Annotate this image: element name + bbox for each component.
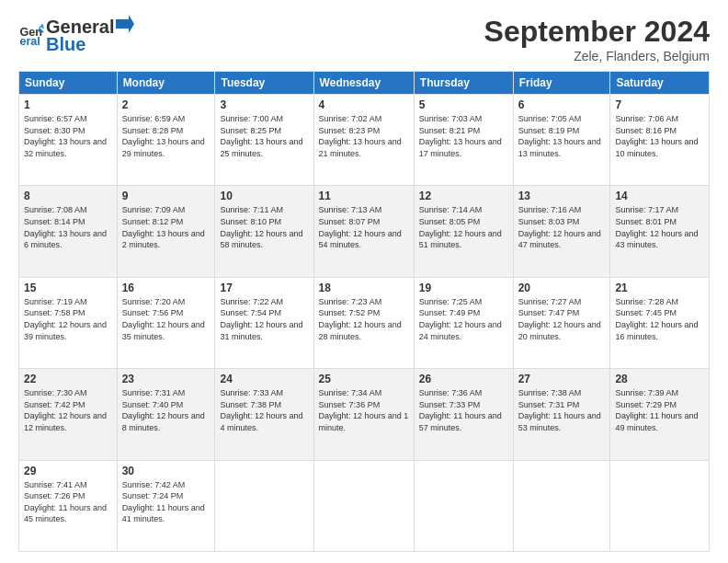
calendar-cell-empty-4-5 — [513, 460, 610, 551]
day-number: 29 — [24, 465, 112, 477]
day-number: 2 — [122, 98, 210, 111]
day-info: Sunrise: 7:03 AMSunset: 8:21 PMDaylight:… — [419, 113, 508, 159]
day-info: Sunrise: 7:09 AMSunset: 8:12 PMDaylight:… — [122, 204, 210, 250]
calendar-cell-23: 23 Sunrise: 7:31 AMSunset: 7:40 PMDaylig… — [117, 369, 215, 460]
day-info: Sunrise: 7:02 AMSunset: 8:23 PMDaylight:… — [319, 113, 409, 159]
calendar-cell-16: 16 Sunrise: 7:20 AMSunset: 7:56 PMDaylig… — [117, 277, 215, 368]
day-info: Sunrise: 7:41 AMSunset: 7:26 PMDaylight:… — [24, 479, 112, 525]
day-number: 11 — [319, 190, 409, 202]
day-info: Sunrise: 7:11 AMSunset: 8:10 PMDaylight:… — [220, 204, 308, 250]
calendar-cell-27: 27 Sunrise: 7:38 AMSunset: 7:31 PMDaylig… — [513, 369, 610, 460]
calendar-row-1: 8 Sunrise: 7:08 AMSunset: 8:14 PMDayligh… — [19, 186, 710, 277]
calendar-cell-12: 12 Sunrise: 7:14 AMSunset: 8:05 PMDaylig… — [414, 186, 513, 277]
day-info: Sunrise: 6:57 AMSunset: 8:30 PMDaylight:… — [24, 113, 112, 159]
day-number: 7 — [615, 98, 704, 111]
calendar-cell-18: 18 Sunrise: 7:23 AMSunset: 7:52 PMDaylig… — [313, 277, 414, 368]
svg-marker-4 — [116, 15, 134, 33]
day-number: 19 — [419, 282, 508, 294]
calendar-cell-10: 10 Sunrise: 7:11 AMSunset: 8:10 PMDaylig… — [215, 186, 313, 277]
day-info: Sunrise: 7:39 AMSunset: 7:29 PMDaylight:… — [615, 387, 704, 433]
day-info: Sunrise: 7:33 AMSunset: 7:38 PMDaylight:… — [220, 387, 308, 433]
calendar-cell-21: 21 Sunrise: 7:28 AMSunset: 7:45 PMDaylig… — [610, 277, 710, 368]
day-info: Sunrise: 7:22 AMSunset: 7:54 PMDaylight:… — [220, 296, 308, 342]
calendar-header-row: Sunday Monday Tuesday Wednesday Thursday… — [19, 72, 710, 95]
day-number: 9 — [122, 190, 210, 202]
day-number: 18 — [319, 282, 409, 294]
col-header-friday: Friday — [513, 72, 610, 95]
day-info: Sunrise: 7:16 AMSunset: 8:03 PMDaylight:… — [518, 204, 606, 250]
calendar-cell-empty-4-4 — [414, 460, 513, 551]
calendar-cell-25: 25 Sunrise: 7:34 AMSunset: 7:36 PMDaylig… — [313, 369, 414, 460]
calendar-cell-1: 1 Sunrise: 6:57 AMSunset: 8:30 PMDayligh… — [19, 95, 118, 186]
day-info: Sunrise: 7:20 AMSunset: 7:56 PMDaylight:… — [122, 296, 210, 342]
day-number: 1 — [24, 98, 112, 111]
day-number: 23 — [122, 373, 210, 385]
col-header-monday: Monday — [117, 72, 215, 95]
day-number: 25 — [319, 373, 409, 385]
calendar-cell-11: 11 Sunrise: 7:13 AMSunset: 8:07 PMDaylig… — [313, 186, 414, 277]
header: Gen eral General Blue September 2024 Zel… — [18, 15, 710, 63]
logo: Gen eral General Blue — [18, 15, 134, 55]
calendar-row-2: 15 Sunrise: 7:19 AMSunset: 7:58 PMDaylig… — [19, 277, 710, 368]
day-info: Sunrise: 7:31 AMSunset: 7:40 PMDaylight:… — [122, 387, 210, 433]
day-info: Sunrise: 7:36 AMSunset: 7:33 PMDaylight:… — [419, 387, 508, 433]
calendar-table: Sunday Monday Tuesday Wednesday Thursday… — [18, 71, 710, 552]
day-info: Sunrise: 6:59 AMSunset: 8:28 PMDaylight:… — [122, 113, 210, 159]
calendar-cell-17: 17 Sunrise: 7:22 AMSunset: 7:54 PMDaylig… — [215, 277, 313, 368]
col-header-thursday: Thursday — [414, 72, 513, 95]
day-info: Sunrise: 7:08 AMSunset: 8:14 PMDaylight:… — [24, 204, 112, 250]
day-number: 3 — [220, 98, 308, 111]
day-info: Sunrise: 7:34 AMSunset: 7:36 PMDaylight:… — [319, 387, 409, 433]
day-info: Sunrise: 7:25 AMSunset: 7:49 PMDaylight:… — [419, 296, 508, 342]
day-info: Sunrise: 7:27 AMSunset: 7:47 PMDaylight:… — [518, 296, 606, 342]
calendar-cell-19: 19 Sunrise: 7:25 AMSunset: 7:49 PMDaylig… — [414, 277, 513, 368]
calendar-cell-15: 15 Sunrise: 7:19 AMSunset: 7:58 PMDaylig… — [19, 277, 118, 368]
month-title: September 2024 — [484, 15, 710, 49]
calendar-cell-30: 30 Sunrise: 7:42 AMSunset: 7:24 PMDaylig… — [117, 460, 215, 551]
day-info: Sunrise: 7:14 AMSunset: 8:05 PMDaylight:… — [419, 204, 508, 250]
calendar-cell-6: 6 Sunrise: 7:05 AMSunset: 8:19 PMDayligh… — [513, 95, 610, 186]
col-header-saturday: Saturday — [610, 72, 710, 95]
calendar-page: Gen eral General Blue September 2024 Zel… — [0, 0, 728, 563]
calendar-cell-3: 3 Sunrise: 7:00 AMSunset: 8:25 PMDayligh… — [215, 95, 313, 186]
calendar-cell-empty-4-3 — [313, 460, 414, 551]
calendar-cell-empty-4-2 — [215, 460, 313, 551]
day-number: 21 — [615, 282, 704, 294]
logo-icon: Gen eral — [18, 22, 44, 48]
location: Zele, Flanders, Belgium — [484, 49, 710, 63]
title-block: September 2024 Zele, Flanders, Belgium — [484, 15, 710, 63]
day-number: 26 — [419, 373, 508, 385]
calendar-cell-5: 5 Sunrise: 7:03 AMSunset: 8:21 PMDayligh… — [414, 95, 513, 186]
day-info: Sunrise: 7:38 AMSunset: 7:31 PMDaylight:… — [518, 387, 606, 433]
calendar-cell-14: 14 Sunrise: 7:17 AMSunset: 8:01 PMDaylig… — [610, 186, 710, 277]
day-number: 12 — [419, 190, 508, 202]
day-info: Sunrise: 7:13 AMSunset: 8:07 PMDaylight:… — [319, 204, 409, 250]
calendar-cell-29: 29 Sunrise: 7:41 AMSunset: 7:26 PMDaylig… — [19, 460, 118, 551]
day-info: Sunrise: 7:42 AMSunset: 7:24 PMDaylight:… — [122, 479, 210, 525]
calendar-row-3: 22 Sunrise: 7:30 AMSunset: 7:42 PMDaylig… — [19, 369, 710, 460]
day-number: 15 — [24, 282, 112, 294]
calendar-row-0: 1 Sunrise: 6:57 AMSunset: 8:30 PMDayligh… — [19, 95, 710, 186]
day-info: Sunrise: 7:00 AMSunset: 8:25 PMDaylight:… — [220, 113, 308, 159]
day-number: 4 — [319, 98, 409, 111]
calendar-cell-2: 2 Sunrise: 6:59 AMSunset: 8:28 PMDayligh… — [117, 95, 215, 186]
day-info: Sunrise: 7:28 AMSunset: 7:45 PMDaylight:… — [615, 296, 704, 342]
calendar-cell-7: 7 Sunrise: 7:06 AMSunset: 8:16 PMDayligh… — [610, 95, 710, 186]
col-header-tuesday: Tuesday — [215, 72, 313, 95]
col-header-wednesday: Wednesday — [313, 72, 414, 95]
day-number: 24 — [220, 373, 308, 385]
day-number: 20 — [518, 282, 606, 294]
day-number: 5 — [419, 98, 508, 111]
day-number: 14 — [615, 190, 704, 202]
day-info: Sunrise: 7:05 AMSunset: 8:19 PMDaylight:… — [518, 113, 606, 159]
calendar-cell-8: 8 Sunrise: 7:08 AMSunset: 8:14 PMDayligh… — [19, 186, 118, 277]
calendar-cell-24: 24 Sunrise: 7:33 AMSunset: 7:38 PMDaylig… — [215, 369, 313, 460]
calendar-row-4: 29 Sunrise: 7:41 AMSunset: 7:26 PMDaylig… — [19, 460, 710, 551]
calendar-cell-4: 4 Sunrise: 7:02 AMSunset: 8:23 PMDayligh… — [313, 95, 414, 186]
calendar-cell-26: 26 Sunrise: 7:36 AMSunset: 7:33 PMDaylig… — [414, 369, 513, 460]
day-number: 17 — [220, 282, 308, 294]
calendar-cell-13: 13 Sunrise: 7:16 AMSunset: 8:03 PMDaylig… — [513, 186, 610, 277]
day-info: Sunrise: 7:23 AMSunset: 7:52 PMDaylight:… — [319, 296, 409, 342]
day-number: 27 — [518, 373, 606, 385]
calendar-cell-20: 20 Sunrise: 7:27 AMSunset: 7:47 PMDaylig… — [513, 277, 610, 368]
